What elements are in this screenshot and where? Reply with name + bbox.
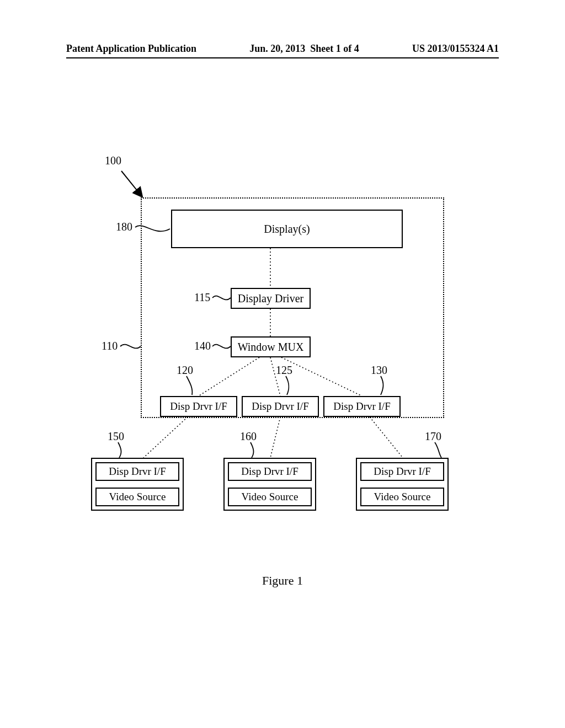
box-disp-if-120: Disp Drvr I/F: [160, 396, 237, 417]
ref-115: 115: [194, 291, 210, 304]
ref-125: 125: [276, 364, 292, 377]
box-window-mux: Window MUX: [231, 336, 311, 357]
ref-180: 180: [116, 221, 132, 233]
svg-line-5: [143, 417, 188, 458]
ref-120: 120: [177, 364, 193, 377]
box-video-source-150: Video Source: [95, 488, 179, 506]
ref-130: 130: [371, 364, 387, 377]
ref-170: 170: [425, 430, 441, 443]
box-video-source-170: Video Source: [360, 488, 444, 506]
figure-caption: Figure 1: [0, 574, 565, 588]
box-displays: Display(s): [171, 210, 403, 248]
diagram-canvas: 100 Display(s) 180 Display Driver 115 Wi…: [0, 0, 565, 728]
ref-150: 150: [108, 430, 124, 443]
box-disp-if-130: Disp Drvr I/F: [323, 396, 401, 417]
box-disp-if-150: Disp Drvr I/F: [95, 462, 179, 481]
ref-100: 100: [105, 154, 121, 167]
box-disp-if-160: Disp Drvr I/F: [228, 462, 312, 481]
box-disp-if-125: Disp Drvr I/F: [242, 396, 319, 417]
ref-140: 140: [194, 340, 211, 352]
ref-110: 110: [102, 340, 118, 352]
svg-line-7: [370, 417, 403, 458]
box-display-driver: Display Driver: [231, 288, 311, 309]
box-disp-if-170: Disp Drvr I/F: [360, 462, 444, 481]
box-video-source-160: Video Source: [228, 488, 312, 506]
ref-160: 160: [240, 430, 257, 443]
svg-line-6: [270, 417, 280, 458]
